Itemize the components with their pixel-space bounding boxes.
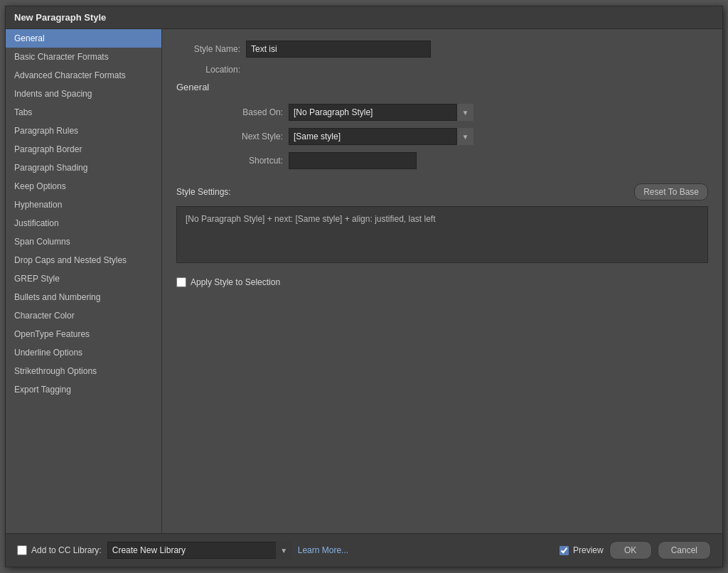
preview-checkbox[interactable] xyxy=(560,546,569,555)
sidebar-item-paragraph-rules[interactable]: Paragraph Rules xyxy=(6,122,161,140)
style-name-input[interactable] xyxy=(246,41,431,58)
sidebar-item-general[interactable]: General xyxy=(6,29,161,48)
sidebar-item-justification[interactable]: Justification xyxy=(6,214,161,232)
sidebar: General Basic Character Formats Advanced… xyxy=(6,29,162,533)
add-cc-library-text: Add to CC Library: xyxy=(31,545,102,555)
next-style-label: Next Style: xyxy=(219,132,283,141)
apply-style-checkbox[interactable] xyxy=(176,277,186,287)
sidebar-item-indents-and-spacing[interactable]: Indents and Spacing xyxy=(6,85,161,103)
sidebar-item-opentype-features[interactable]: OpenType Features xyxy=(6,325,161,343)
sidebar-item-underline-options[interactable]: Underline Options xyxy=(6,343,161,362)
ok-button[interactable]: OK xyxy=(609,541,652,559)
style-name-label: Style Name: xyxy=(176,44,240,54)
sidebar-item-drop-caps-nested[interactable]: Drop Caps and Nested Styles xyxy=(6,251,161,269)
style-settings-label: Style Settings: xyxy=(176,187,231,197)
sidebar-item-keep-options[interactable]: Keep Options xyxy=(6,177,161,196)
add-cc-library-label[interactable]: Add to CC Library: xyxy=(17,545,102,555)
sidebar-item-tabs[interactable]: Tabs xyxy=(6,103,161,122)
dialog-body: General Basic Character Formats Advanced… xyxy=(6,29,722,533)
preview-checkbox-label[interactable]: Preview xyxy=(560,545,604,555)
apply-style-label: Apply Style to Selection xyxy=(191,277,280,287)
location-label: Location: xyxy=(176,65,240,75)
based-on-label: Based On: xyxy=(219,107,283,117)
style-settings-box: [No Paragraph Style] + next: [Same style… xyxy=(176,206,708,263)
next-style-select-wrapper: [Same style] [No Paragraph Style] Text i… xyxy=(289,128,473,145)
based-on-select-wrapper: [No Paragraph Style] [Basic Paragraph] ▼ xyxy=(289,104,473,121)
style-settings-header: Style Settings: Reset To Base xyxy=(176,183,708,200)
cancel-button[interactable]: Cancel xyxy=(658,541,711,559)
sidebar-item-strikethrough-options[interactable]: Strikethrough Options xyxy=(6,362,161,380)
footer-right: Preview OK Cancel xyxy=(560,541,711,559)
preview-label: Preview xyxy=(573,545,604,555)
main-content: Style Name: Location: General Based On: … xyxy=(162,29,722,533)
style-settings-text: [No Paragraph Style] + next: [Same style… xyxy=(186,214,436,224)
next-style-row: Next Style: [Same style] [No Paragraph S… xyxy=(219,128,708,145)
dialog-title: New Paragraph Style xyxy=(6,6,722,29)
general-section-title: General xyxy=(176,82,708,92)
add-cc-library-checkbox[interactable] xyxy=(17,545,27,555)
location-value xyxy=(246,68,317,72)
sidebar-item-paragraph-shading[interactable]: Paragraph Shading xyxy=(6,159,161,177)
dialog-footer: Add to CC Library: Create New Library ▼ … xyxy=(6,533,722,567)
based-on-select[interactable]: [No Paragraph Style] [Basic Paragraph] xyxy=(289,104,473,121)
apply-style-row: Apply Style to Selection xyxy=(176,277,708,287)
cc-library-select-wrapper: Create New Library ▼ xyxy=(107,542,292,559)
style-name-row: Style Name: xyxy=(176,41,708,58)
sidebar-item-export-tagging[interactable]: Export Tagging xyxy=(6,380,161,399)
shortcut-input[interactable] xyxy=(289,152,417,169)
sidebar-item-basic-character-formats[interactable]: Basic Character Formats xyxy=(6,48,161,66)
shortcut-label: Shortcut: xyxy=(219,156,283,166)
sidebar-item-grep-style[interactable]: GREP Style xyxy=(6,269,161,288)
sidebar-item-span-columns[interactable]: Span Columns xyxy=(6,232,161,251)
new-paragraph-style-dialog: New Paragraph Style General Basic Charac… xyxy=(5,6,723,567)
reset-to-base-button[interactable]: Reset To Base xyxy=(634,183,708,200)
apply-style-checkbox-label[interactable]: Apply Style to Selection xyxy=(176,277,280,287)
sidebar-item-character-color[interactable]: Character Color xyxy=(6,306,161,325)
shortcut-row: Shortcut: xyxy=(219,152,708,169)
next-style-select[interactable]: [Same style] [No Paragraph Style] Text i… xyxy=(289,128,473,145)
sidebar-item-advanced-character-formats[interactable]: Advanced Character Formats xyxy=(6,66,161,85)
cc-library-select[interactable]: Create New Library xyxy=(107,542,292,559)
style-settings-section: Style Settings: Reset To Base [No Paragr… xyxy=(176,183,708,263)
sidebar-item-bullets-numbering[interactable]: Bullets and Numbering xyxy=(6,288,161,306)
sidebar-item-hyphenation[interactable]: Hyphenation xyxy=(6,196,161,214)
sidebar-item-paragraph-border[interactable]: Paragraph Border xyxy=(6,140,161,159)
footer-left: Add to CC Library: Create New Library ▼ … xyxy=(17,542,348,559)
learn-more-link[interactable]: Learn More... xyxy=(298,545,348,555)
based-on-row: Based On: [No Paragraph Style] [Basic Pa… xyxy=(219,104,708,121)
location-row: Location: xyxy=(176,65,708,75)
